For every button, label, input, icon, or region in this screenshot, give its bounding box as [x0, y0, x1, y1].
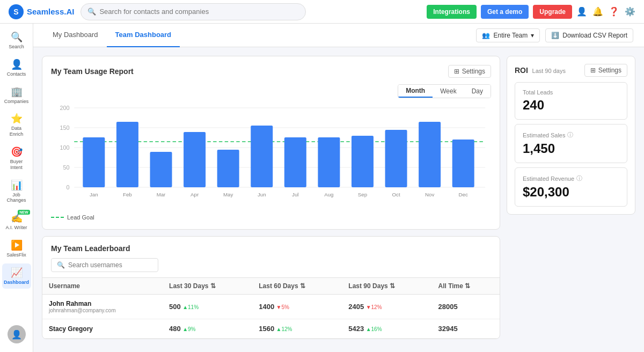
- logo: S Seamless.AI: [9, 4, 74, 19]
- usage-report-card: My Team Usage Report ⊞ Settings Month We…: [42, 56, 500, 230]
- table-header-row: Username Last 30 Days ⇅ Last 60 Days ⇅ L…: [42, 278, 500, 295]
- sidebar-label-search: Search: [9, 44, 24, 50]
- notifications-icon[interactable]: 🔔: [592, 6, 603, 17]
- stat-value: 1400: [259, 303, 274, 311]
- total-leads-text: Total Leads: [523, 89, 553, 96]
- svg-text:Mar: Mar: [157, 192, 166, 197]
- leaderboard-search-input[interactable]: [68, 261, 149, 269]
- stat-value: 2405: [348, 303, 364, 311]
- col-alltime[interactable]: All Time ⇅: [431, 278, 500, 295]
- time-btn-week[interactable]: Week: [433, 85, 464, 98]
- col-last60[interactable]: Last 60 Days ⇅: [252, 278, 342, 295]
- sidebar-item-data-enrich[interactable]: ⭐ Data Enrich: [2, 109, 31, 141]
- usage-report-settings-button[interactable]: ⊞ Settings: [448, 65, 491, 78]
- roi-total-leads: Total Leads 240: [515, 82, 627, 120]
- time-btn-day[interactable]: Day: [464, 85, 491, 98]
- sidebar-item-salesflix[interactable]: ▶️ SalesFlix: [2, 236, 31, 261]
- contacts-icon: 👤: [11, 58, 23, 70]
- roi-settings-label: Settings: [598, 67, 621, 74]
- sidebar-item-dashboard[interactable]: 📈 Dashboard: [2, 263, 31, 289]
- bar-sep: [352, 136, 374, 187]
- csv-button-label: Download CSV Report: [562, 32, 627, 39]
- svg-text:50: 50: [63, 165, 70, 171]
- svg-text:Apr: Apr: [191, 192, 199, 197]
- leaderboard-table: Username Last 30 Days ⇅ Last 60 Days ⇅ L…: [42, 277, 500, 339]
- svg-text:Jul: Jul: [292, 192, 298, 197]
- sidebar-label-data-enrich: Data Enrich: [4, 126, 29, 137]
- roi-title-area: ROI Last 90 days: [515, 66, 566, 75]
- right-panel: ROI Last 90 days ⊞ Settings Total Leads …: [507, 56, 635, 339]
- total-leads-value: 240: [523, 98, 619, 113]
- sidebar-item-companies[interactable]: 🏢 Companies: [2, 83, 31, 108]
- tabs-left: My Dashboard Team Dashboard: [44, 24, 180, 47]
- sidebar-label-job-changes: Job Changes: [4, 192, 29, 204]
- upgrade-button[interactable]: Upgrade: [533, 5, 572, 19]
- search-sidebar-icon: 🔍: [11, 31, 23, 43]
- settings-icon[interactable]: ⚙️: [625, 6, 635, 17]
- bar-jan: [83, 137, 105, 187]
- svg-text:Feb: Feb: [123, 192, 132, 197]
- sidebar-item-contacts[interactable]: 👤 Contacts: [2, 55, 31, 80]
- sidebar-item-search[interactable]: 🔍 Search: [2, 28, 31, 53]
- nav-icon-group: 👤 🔔 ❓ ⚙️: [576, 6, 635, 17]
- tabs-bar: My Dashboard Team Dashboard 👥 Entire Tea…: [33, 24, 644, 47]
- team-selector[interactable]: 👥 Entire Team ▾: [476, 28, 540, 42]
- tab-my-dashboard[interactable]: My Dashboard: [44, 24, 107, 47]
- user-name: Stacy Gregory: [49, 325, 156, 333]
- get-a-demo-button[interactable]: Get a demo: [481, 5, 529, 19]
- sidebar-label-buyer-intent: Buyer Intent: [4, 159, 29, 171]
- data-enrich-icon: ⭐: [11, 113, 23, 124]
- bar-jul: [284, 137, 306, 187]
- user-cell: John Rahman johnrahman@company.com: [42, 295, 163, 319]
- user-avatar[interactable]: 👤: [8, 325, 26, 343]
- salesflix-icon: ▶️: [11, 239, 23, 251]
- bar-dec: [452, 140, 474, 187]
- download-icon: ⬇️: [551, 32, 559, 39]
- leaderboard-search-area: 🔍: [42, 258, 500, 277]
- bar-may: [217, 150, 239, 187]
- time-btn-month[interactable]: Month: [398, 85, 433, 98]
- search-input[interactable]: [99, 8, 299, 16]
- sidebar-item-ai-writer[interactable]: ✍️ A.I. Writer NEW: [2, 209, 31, 234]
- stat-value: 500: [169, 303, 181, 311]
- global-search-bar[interactable]: 🔍: [80, 3, 306, 20]
- svg-text:Aug: Aug: [324, 192, 333, 197]
- change-indicator: ▲11%: [182, 304, 199, 310]
- user-cell: Stacy Gregory: [42, 319, 163, 339]
- profile-icon[interactable]: 👤: [576, 6, 587, 17]
- user-email: johnrahman@company.com: [49, 307, 156, 313]
- svg-text:0: 0: [67, 185, 70, 190]
- bar-nov: [419, 122, 441, 187]
- usage-report-header: My Team Usage Report ⊞ Settings: [51, 65, 491, 78]
- top-navigation: S Seamless.AI 🔍 Integrations Get a demo …: [0, 0, 644, 24]
- table-row: Stacy Gregory 480 ▲9% 1560 ▲12% 5423 ▲16…: [42, 319, 500, 339]
- leaderboard-title: My Team Leaderboard: [42, 237, 500, 258]
- col-last30[interactable]: Last 30 Days ⇅: [163, 278, 252, 295]
- tab-team-dashboard[interactable]: Team Dashboard: [107, 24, 180, 47]
- roi-title: ROI: [515, 66, 528, 75]
- svg-text:150: 150: [60, 125, 70, 131]
- svg-text:200: 200: [60, 105, 70, 111]
- team-icon: 👥: [482, 32, 490, 39]
- sidebar-item-job-changes[interactable]: 📊 Job Changes: [2, 176, 31, 207]
- lead-goal-dash: [51, 217, 64, 218]
- change-indicator: ▲9%: [182, 326, 195, 332]
- team-selector-label: Entire Team: [493, 32, 528, 39]
- bar-jun: [251, 126, 273, 187]
- download-csv-button[interactable]: ⬇️ Download CSV Report: [545, 28, 633, 42]
- help-icon[interactable]: ❓: [609, 6, 619, 17]
- total-leads-label: Total Leads: [523, 89, 619, 96]
- leaderboard-search-bar[interactable]: 🔍: [51, 258, 158, 272]
- col-last90[interactable]: Last 90 Days ⇅: [342, 278, 431, 295]
- sidebar-item-buyer-intent[interactable]: 🎯 Buyer Intent: [2, 143, 31, 174]
- sidebar-bottom: 👤: [8, 321, 26, 348]
- alltime-value: 32945: [438, 325, 457, 333]
- bar-feb: [116, 122, 138, 187]
- alltime-cell: 32945: [431, 319, 500, 339]
- roi-card: ROI Last 90 days ⊞ Settings Total Leads …: [507, 56, 635, 215]
- sidebar-label-dashboard: Dashboard: [4, 280, 29, 285]
- bar-mar: [150, 152, 172, 187]
- alltime-value: 28005: [438, 303, 457, 311]
- roi-settings-button[interactable]: ⊞ Settings: [584, 64, 627, 77]
- integrations-button[interactable]: Integrations: [427, 5, 477, 19]
